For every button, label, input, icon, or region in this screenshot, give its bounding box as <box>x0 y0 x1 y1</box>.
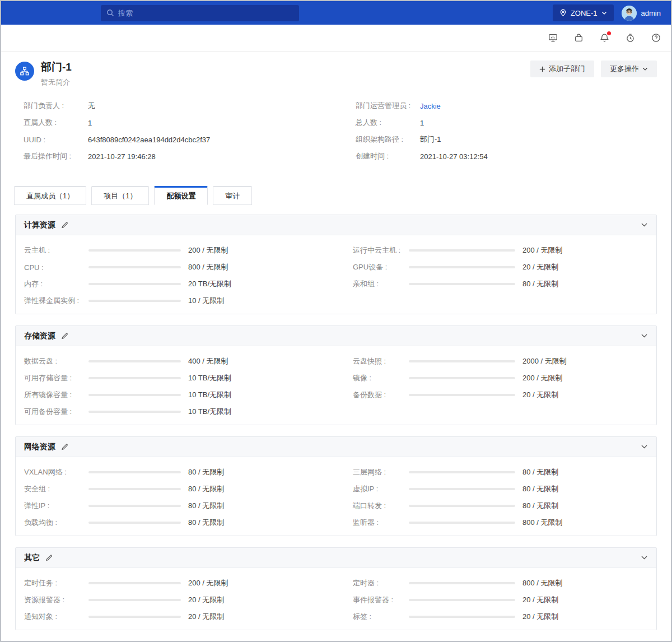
utility-toolbar <box>1 25 671 52</box>
quota-value: 200 / 无限制 <box>522 373 648 383</box>
quota-value: 10 TB/无限制 <box>188 390 319 400</box>
quota-progress-bar <box>88 471 181 473</box>
global-search[interactable] <box>101 5 299 21</box>
more-actions-button[interactable]: 更多操作 <box>601 61 657 77</box>
quota-row: 监听器 : 800 / 无限制 <box>353 518 648 528</box>
chevron-down-icon[interactable] <box>641 444 648 449</box>
info-value: 1 <box>88 119 325 127</box>
operation-history-icon[interactable] <box>626 33 635 43</box>
help-icon[interactable] <box>651 33 661 43</box>
tab[interactable]: 项目（1） <box>91 186 149 205</box>
quota-label: 所有镜像容量 : <box>24 390 88 400</box>
chevron-down-icon[interactable] <box>641 555 648 560</box>
chevron-down-icon <box>642 67 648 71</box>
quota-value: 20 TB/无限制 <box>188 279 319 289</box>
quota-label: 安全组 : <box>24 484 88 494</box>
quota-value: 80 / 无限制 <box>188 467 319 477</box>
quota-row: 通知对象 : 20 / 无限制 <box>24 612 319 622</box>
caret-down-icon <box>601 11 607 15</box>
tabs: 直属成员（1） 项目（1） 配额设置 审计 <box>1 186 671 205</box>
quota-col-left: 数据云盘 : 400 / 无限制 可用存储容量 : 10 TB/无限制 所有镜像… <box>24 353 319 420</box>
info-col-right: 部门运营管理员 : Jackie 总人数 : 1 组织架构路径 : 部门-1 创… <box>356 97 657 165</box>
tab[interactable]: 审计 <box>213 186 252 205</box>
quota-row: 可用备份容量 : 10 TB/无限制 <box>24 407 319 417</box>
edit-pencil-icon[interactable] <box>61 332 68 339</box>
quota-col-right: 定时器 : 800 / 无限制 事件报警器 : 20 / 无限制 标签 : 20… <box>353 575 648 625</box>
info-label: 最后操作时间 : <box>24 151 88 161</box>
quota-label: 定时任务 : <box>24 578 88 588</box>
quota-row: 弹性IP : 80 / 无限制 <box>24 501 319 511</box>
quota-row: 三层网络 : 80 / 无限制 <box>353 467 648 477</box>
quota-progress-bar <box>409 505 515 507</box>
chevron-down-icon[interactable] <box>641 222 648 227</box>
quota-section: 其它 定时任务 : 200 / 无限制 资源报警器 : 20 / 无限制 通知对… <box>15 547 657 630</box>
quota-progress-bar <box>409 582 515 584</box>
quota-progress-bar <box>88 616 181 618</box>
quota-row: 端口转发 : 80 / 无限制 <box>353 501 648 511</box>
quota-value: 200 / 无限制 <box>188 245 319 255</box>
quota-value: 20 / 无限制 <box>188 612 319 622</box>
quota-label: 弹性IP : <box>24 501 88 511</box>
username-label: admin <box>641 9 661 17</box>
info-row: 总人数 : 1 <box>356 118 657 128</box>
quota-progress-bar <box>409 616 515 618</box>
info-col-left: 部门负责人 : 无 直属人数 : 1 UUID : 643f8089cf0242… <box>24 97 325 165</box>
quota-value: 20 / 无限制 <box>522 612 648 622</box>
quota-row: 数据云盘 : 400 / 无限制 <box>24 356 319 366</box>
page-header: 部门-1 暂无简介 添加子部门 更多操作 <box>1 52 671 165</box>
info-row: 直属人数 : 1 <box>24 118 325 128</box>
quota-row: 云主机 : 200 / 无限制 <box>24 245 319 255</box>
notification-badge <box>607 31 611 35</box>
info-row: 部门负责人 : 无 <box>24 101 325 111</box>
tab[interactable]: 配额设置 <box>154 186 208 205</box>
quota-progress-bar <box>88 249 181 252</box>
quota-progress-bar <box>409 394 515 396</box>
quota-col-left: 定时任务 : 200 / 无限制 资源报警器 : 20 / 无限制 通知对象 :… <box>24 575 319 625</box>
quota-row: 运行中云主机 : 200 / 无限制 <box>353 245 648 255</box>
user-menu[interactable]: admin <box>622 6 661 21</box>
notification-bell-icon[interactable] <box>600 33 609 43</box>
quota-label: 三层网络 : <box>353 467 409 477</box>
tab-label: 配额设置 <box>166 191 195 201</box>
section-header: 存储资源 <box>16 326 656 346</box>
quota-row: VXLAN网络 : 80 / 无限制 <box>24 467 319 477</box>
tab[interactable]: 直属成员（1） <box>14 186 86 205</box>
edit-pencil-icon[interactable] <box>61 221 68 229</box>
quota-label: 镜像 : <box>353 373 409 383</box>
quota-row: 虚拟IP : 80 / 无限制 <box>353 484 648 494</box>
page-subtitle: 暂无简介 <box>41 77 72 87</box>
console-monitor-icon[interactable] <box>548 33 558 43</box>
quota-value: 800 / 无限制 <box>522 518 648 528</box>
quota-value: 20 / 无限制 <box>522 262 648 272</box>
quota-progress-bar <box>88 505 181 507</box>
add-sub-department-button[interactable]: 添加子部门 <box>530 61 594 77</box>
chevron-down-icon[interactable] <box>641 333 648 338</box>
quota-progress-bar <box>88 599 181 601</box>
quota-progress-bar <box>88 582 181 584</box>
edit-pencil-icon[interactable] <box>45 554 53 561</box>
quota-progress-bar <box>409 522 515 524</box>
quota-label: 弹性裸金属实例 : <box>24 296 88 306</box>
quota-row: 事件报警器 : 20 / 无限制 <box>353 595 648 605</box>
quota-value: 80 / 无限制 <box>522 279 648 289</box>
quota-progress-bar <box>409 283 515 285</box>
quota-progress-bar <box>409 488 515 490</box>
quota-row: 定时器 : 800 / 无限制 <box>353 578 648 588</box>
info-value[interactable]: Jackie <box>420 102 657 110</box>
user-avatar-icon <box>622 6 637 21</box>
info-row: 部门运营管理员 : Jackie <box>356 101 657 111</box>
edit-pencil-icon[interactable] <box>61 443 68 450</box>
quota-row: 云盘快照 : 2000 / 无限制 <box>353 356 648 366</box>
quota-progress-bar <box>88 394 181 396</box>
search-input[interactable] <box>118 9 293 17</box>
quota-value: 2000 / 无限制 <box>522 356 648 366</box>
toolbox-icon[interactable] <box>574 33 584 43</box>
quota-progress-bar <box>409 249 515 252</box>
quota-progress-bar <box>409 377 515 379</box>
tab-label: 审计 <box>225 191 240 201</box>
zone-selector[interactable]: ZONE-1 <box>553 4 614 21</box>
info-row: 组织架构路径 : 部门-1 <box>356 134 657 145</box>
section-header: 其它 <box>16 548 656 568</box>
quota-row: 可用存储容量 : 10 TB/无限制 <box>24 373 319 383</box>
quota-value: 10 TB/无限制 <box>188 407 319 417</box>
